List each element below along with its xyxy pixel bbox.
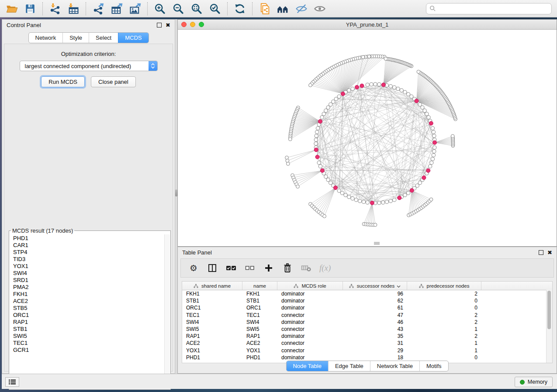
- mcds-result-item[interactable]: SWI4: [13, 270, 164, 277]
- column-header-name[interactable]: name: [242, 282, 277, 290]
- save-session-button[interactable]: [22, 1, 38, 16]
- mcds-hub-node[interactable]: [415, 99, 419, 103]
- mcds-result-item[interactable]: RAP1: [13, 319, 164, 326]
- mcds-result-item[interactable]: ORC1: [13, 312, 164, 319]
- open-file-button[interactable]: [4, 1, 20, 16]
- mcds-result-item[interactable]: PMA2: [13, 284, 164, 291]
- show-panels-button[interactable]: [5, 377, 19, 387]
- zoom-fit-button[interactable]: [189, 1, 204, 16]
- mcds-result-item[interactable]: TID3: [13, 256, 164, 263]
- search-input[interactable]: [438, 5, 548, 12]
- column-header-mcds-role[interactable]: MCDS role: [277, 282, 343, 290]
- column-header-shared-name[interactable]: shared name: [182, 282, 242, 290]
- new-network-from-selection-button[interactable]: [257, 1, 273, 16]
- float-window-icon[interactable]: [539, 250, 543, 255]
- table-scrollbar[interactable]: [546, 290, 552, 363]
- table-row[interactable]: ACE2ACE2connector311: [182, 340, 552, 347]
- mcds-result-item[interactable]: PHD1: [13, 235, 164, 242]
- mcds-hub-node[interactable]: [360, 84, 364, 88]
- add-column-button[interactable]: [263, 262, 274, 274]
- column-browser-button[interactable]: [207, 262, 218, 274]
- export-image-button[interactable]: [127, 1, 143, 16]
- table-scrollbar-thumb[interactable]: [547, 291, 551, 329]
- mcds-hub-node[interactable]: [370, 201, 374, 205]
- tab-edge-table[interactable]: Edge Table: [328, 361, 370, 371]
- mcds-result-item[interactable]: SWI5: [13, 333, 164, 340]
- table-row[interactable]: SWI5SWI5connector431: [182, 326, 552, 333]
- table-row[interactable]: FKH1FKH1dominator962: [182, 290, 552, 297]
- optimization-criterion-select[interactable]: largest connected component (undirected): [20, 61, 158, 71]
- mcds-hub-node[interactable]: [318, 120, 322, 124]
- mcds-hub-node[interactable]: [355, 85, 359, 89]
- zoom-out-button[interactable]: [170, 1, 186, 16]
- maximize-window-icon[interactable]: [199, 22, 204, 27]
- minimize-window-icon[interactable]: [190, 22, 195, 27]
- apply-layout-button[interactable]: [232, 1, 248, 16]
- column-header-predecessor-nodes[interactable]: predecessor nodes: [407, 282, 481, 290]
- mcds-result-item[interactable]: CAR1: [13, 242, 164, 249]
- show-all-button[interactable]: [312, 1, 328, 16]
- column-header-successor-nodes[interactable]: successor nodes: [343, 282, 407, 290]
- mcds-result-item[interactable]: TEC1: [13, 340, 164, 347]
- network-window-titlebar[interactable]: YPA_prune.txt_1: [178, 20, 557, 30]
- table-options-button[interactable]: ⚙: [188, 262, 199, 274]
- hide-selected-button[interactable]: [294, 1, 309, 16]
- table-row[interactable]: TEC1TEC1connector472: [182, 312, 552, 319]
- tab-node-table[interactable]: Node Table: [286, 361, 328, 371]
- close-panel-icon[interactable]: ✖: [166, 22, 170, 28]
- mcds-hub-node[interactable]: [381, 83, 385, 87]
- search-field[interactable]: [426, 3, 552, 14]
- close-window-icon[interactable]: [181, 22, 187, 27]
- table-row[interactable]: ORC1ORC1dominator610: [182, 304, 552, 311]
- mcds-result-item[interactable]: STB1: [13, 326, 164, 333]
- mcds-result-item[interactable]: SRD1: [13, 277, 164, 284]
- table-row[interactable]: SWI4SWI4dominator462: [182, 319, 552, 326]
- delete-columns-button[interactable]: [282, 262, 293, 274]
- tab-mcds[interactable]: MCDS: [118, 33, 148, 43]
- table-row[interactable]: PHD1PHD1dominator180: [182, 354, 552, 361]
- mcds-hub-node[interactable]: [429, 121, 433, 125]
- select-all-rows-button[interactable]: [225, 262, 237, 274]
- mcds-result-list[interactable]: PHD1CAR1STP4TID3YOX1SWI4SRD1PMA2FKH1ACE2…: [10, 235, 164, 389]
- import-network-button[interactable]: [47, 1, 63, 16]
- first-neighbors-button[interactable]: [275, 1, 291, 16]
- mcds-result-scrollbar[interactable]: [164, 234, 170, 389]
- mcds-hub-node[interactable]: [341, 92, 345, 96]
- mcds-hub-node[interactable]: [320, 168, 324, 172]
- network-hscroll-thumb[interactable]: [374, 242, 380, 245]
- tab-network-table[interactable]: Network Table: [370, 361, 419, 371]
- export-network-button[interactable]: [90, 1, 106, 16]
- mcds-result-item[interactable]: FKH1: [13, 291, 164, 298]
- memory-button[interactable]: Memory: [515, 377, 553, 387]
- close-panel-icon[interactable]: ✖: [547, 250, 552, 255]
- tab-network[interactable]: Network: [28, 33, 62, 43]
- table-row[interactable]: RAP1RAP1dominator352: [182, 333, 552, 340]
- mcds-result-item[interactable]: STP4: [13, 249, 164, 256]
- tab-motifs[interactable]: Motifs: [419, 361, 448, 371]
- mcds-hub-node[interactable]: [410, 189, 414, 193]
- unselect-all-rows-button[interactable]: [244, 262, 256, 274]
- export-table-button[interactable]: [109, 1, 125, 16]
- delete-table-button[interactable]: [301, 262, 312, 274]
- tab-select[interactable]: Select: [89, 33, 118, 43]
- mcds-hub-node[interactable]: [433, 141, 437, 144]
- mcds-result-item[interactable]: ACE2: [13, 298, 164, 305]
- float-window-icon[interactable]: [157, 23, 162, 28]
- table-row[interactable]: YOX1YOX1connector291: [182, 347, 552, 354]
- mcds-hub-node[interactable]: [426, 168, 430, 172]
- import-table-button[interactable]: [66, 1, 81, 16]
- tab-style[interactable]: Style: [62, 33, 89, 43]
- zoom-in-button[interactable]: [152, 1, 168, 16]
- mcds-hub-node[interactable]: [314, 148, 318, 152]
- mcds-result-item[interactable]: STB5: [13, 305, 164, 312]
- mcds-result-item[interactable]: GCR1: [13, 347, 164, 354]
- network-canvas[interactable]: [178, 29, 557, 246]
- mcds-hub-node[interactable]: [334, 186, 338, 190]
- table-row[interactable]: STB1STB1dominator620: [182, 297, 552, 304]
- function-builder-icon[interactable]: f(x): [319, 263, 331, 273]
- close-panel-button[interactable]: Close panel: [91, 76, 136, 87]
- run-mcds-button[interactable]: Run MCDS: [41, 76, 85, 87]
- zoom-selected-button[interactable]: [207, 1, 223, 16]
- mcds-result-item[interactable]: YOX1: [13, 263, 164, 270]
- mcds-hub-node[interactable]: [315, 155, 319, 159]
